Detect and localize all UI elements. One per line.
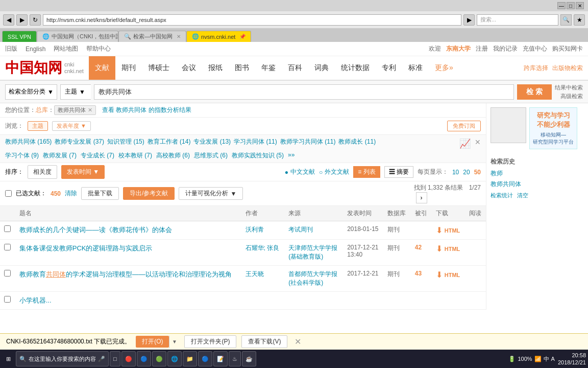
download-close-icon[interactable]: ✕: [295, 337, 301, 347]
taskbar-app-7[interactable]: 🔵: [198, 351, 212, 366]
clear-selection[interactable]: 清除: [65, 189, 77, 198]
forward-btn[interactable]: ▶: [16, 14, 28, 26]
tab-cnki1[interactable]: 🌐 中国知网（CNKI，包括中国期...: [37, 31, 118, 42]
download-view-btn[interactable]: 查看下载(V): [241, 335, 287, 348]
download-icon[interactable]: ⬇: [436, 244, 443, 254]
tab-nvsm[interactable]: 🌐 nvsm.cnki.net 📌: [186, 31, 251, 42]
search-field-select[interactable]: 主题 ▼: [60, 84, 91, 100]
keyword-item[interactable]: 专业成长 (7): [81, 151, 114, 160]
download-open-btn[interactable]: 打开(O): [136, 336, 169, 348]
cross-lib-select[interactable]: 跨库选择: [524, 64, 548, 73]
open-dropdown-btn[interactable]: ▼: [169, 336, 179, 348]
start-button[interactable]: ⊞: [2, 356, 15, 362]
batch-download-btn[interactable]: 批量下载: [81, 187, 119, 200]
pub-search[interactable]: 出版物检索: [552, 64, 583, 73]
sidebar-history-item[interactable]: 教师共同体: [491, 179, 584, 190]
tab-close-nvsm-icon[interactable]: 📌: [239, 34, 246, 39]
html-read-badge[interactable]: HTML: [445, 227, 460, 234]
perpage-50[interactable]: 50: [474, 169, 481, 176]
browser-search-btn[interactable]: 🔍: [560, 14, 572, 26]
result-source[interactable]: 考试周刊: [284, 221, 343, 240]
topnav-university[interactable]: 东南大学: [446, 44, 471, 53]
tag-close-icon[interactable]: ✕: [88, 107, 92, 113]
nav-item-biaozhun[interactable]: 标准: [402, 56, 429, 80]
keyword-item[interactable]: 教师成长 (11): [338, 137, 376, 146]
maximize-btn[interactable]: □: [567, 2, 575, 9]
keyword-item[interactable]: 专业发展 (13): [193, 137, 231, 146]
row-checkbox[interactable]: [4, 225, 11, 232]
keyword-item[interactable]: 高校教师 (6): [156, 151, 190, 160]
address-go-btn[interactable]: ▶: [463, 14, 475, 26]
topnav-help[interactable]: 帮助中心: [86, 44, 111, 53]
topnav-myrecord[interactable]: 我的记录: [493, 44, 518, 53]
nav-item-wenxian[interactable]: 文献: [89, 56, 115, 80]
search-button[interactable]: 检 索: [517, 84, 552, 100]
nav-item-boshushi[interactable]: 博硕士: [142, 56, 176, 80]
back-btn[interactable]: ◀: [3, 14, 14, 26]
view-list-btn[interactable]: ≡ 列表: [353, 166, 380, 178]
sidebar-ad[interactable]: 研究与学习不能少利器 移动知网—研究型同学习平台: [529, 107, 577, 149]
visual-analysis-btn[interactable]: 计量可视化分析 ▼: [179, 187, 243, 200]
nav-item-huiyi[interactable]: 会议: [176, 56, 202, 80]
row-checkbox[interactable]: [4, 296, 11, 303]
row-checkbox[interactable]: [4, 270, 11, 277]
keyword-item[interactable]: 教师专业发展 (37): [55, 137, 104, 146]
taskbar-app-red[interactable]: 🔴: [121, 351, 136, 366]
trend-icon[interactable]: 📈: [459, 138, 471, 149]
nav-item-more[interactable]: 更多»: [429, 56, 459, 80]
chinese-lit-toggle[interactable]: ● 中文文献: [285, 168, 315, 176]
sort-relevance[interactable]: 相关度: [28, 165, 57, 179]
topnav-buycard[interactable]: 购买知网卡: [552, 44, 583, 53]
keyword-item[interactable]: 学习个体 (9): [5, 151, 39, 160]
result-title[interactable]: 教师教育共同体的学术逻辑与治理模型——以活动理论和治理理论为视角: [19, 270, 232, 278]
keyword-item[interactable]: 教师发展 (7): [43, 151, 77, 160]
browser-star-btn[interactable]: ★: [574, 14, 585, 26]
topnav-register[interactable]: 注册: [476, 44, 488, 53]
keyword-item[interactable]: 知识管理 (15): [107, 137, 144, 146]
keyword-more[interactable]: »»: [288, 151, 295, 160]
result-author[interactable]: 沃利青: [241, 221, 285, 240]
analysis-link[interactable]: 查看 教师共同体 的指数分析结果: [102, 106, 191, 114]
result-title[interactable]: 教师成长的几个关键词——读《教师花传书》的体会: [19, 226, 172, 234]
nav-item-baozhi[interactable]: 报纸: [202, 56, 229, 80]
history-stats-link[interactable]: 检索统计: [491, 192, 513, 199]
html-read-badge[interactable]: HTML: [445, 272, 460, 278]
keyword-item[interactable]: 学习共同体 (11): [234, 137, 277, 146]
taskbar-search[interactable]: 🔍 在这里输入你要搜索的内容 🎤: [16, 351, 109, 366]
perpage-20[interactable]: 20: [463, 169, 470, 176]
search-in-results[interactable]: 结果中检索: [555, 84, 583, 91]
result-source[interactable]: 首都师范大学学报(社会科学版): [288, 270, 337, 286]
breadcrumb-home[interactable]: 总库: [36, 106, 48, 114]
topnav-recharge[interactable]: 充值中心: [523, 44, 547, 53]
taskbar-task-view[interactable]: □: [110, 351, 120, 366]
nav-item-tongji[interactable]: 统计数据: [335, 56, 376, 80]
download-open-folder-btn[interactable]: 打开文件夹(P): [184, 335, 236, 348]
result-source[interactable]: 天津师范大学学报(基础教育版): [288, 244, 337, 260]
nav-item-zhuanli[interactable]: 专利: [376, 56, 402, 80]
html-read-badge[interactable]: HTML: [445, 246, 460, 252]
topnav-sitemap[interactable]: 网站地图: [54, 44, 78, 53]
close-btn[interactable]: ✕: [576, 2, 584, 9]
site-logo[interactable]: 中国知网 cnkicnki.net: [5, 58, 84, 78]
topnav-english[interactable]: English: [26, 45, 45, 53]
perpage-10[interactable]: 10: [452, 169, 459, 176]
browser-search-input[interactable]: 搜索...: [477, 14, 558, 26]
result-author[interactable]: 石耀华; 张良: [241, 240, 285, 266]
sidebar-history-item[interactable]: 教师: [491, 168, 584, 179]
tab-ssl-vpn[interactable]: SSL VPN: [2, 31, 37, 42]
keyword-item[interactable]: 校本教研 (7): [118, 151, 152, 160]
result-title[interactable]: 集体备课促发教师PCK的逻辑理路与实践启示: [19, 244, 153, 252]
topnav-oldversion[interactable]: 旧版: [5, 44, 17, 53]
next-page-btn[interactable]: ›: [416, 192, 427, 203]
keyword-item[interactable]: 教师实践性知识 (5): [232, 151, 284, 160]
result-author[interactable]: 王天晓: [241, 266, 285, 292]
keyword-item[interactable]: 教师学习共同体 (11): [280, 137, 336, 146]
keyword-item[interactable]: 教师共同体 (165): [5, 137, 52, 146]
taskbar-app-blue[interactable]: 🔵: [137, 351, 151, 366]
history-clear-link[interactable]: 清空: [517, 192, 528, 199]
taskbar-app-ie[interactable]: 🌐: [167, 351, 182, 366]
refresh-btn[interactable]: ↻: [30, 14, 41, 26]
export-ref-btn[interactable]: 导出/参考文献: [123, 187, 175, 200]
filter-tag-year[interactable]: 发表年度 ▼: [52, 121, 91, 131]
taskbar-app-10[interactable]: ☕: [242, 351, 256, 366]
